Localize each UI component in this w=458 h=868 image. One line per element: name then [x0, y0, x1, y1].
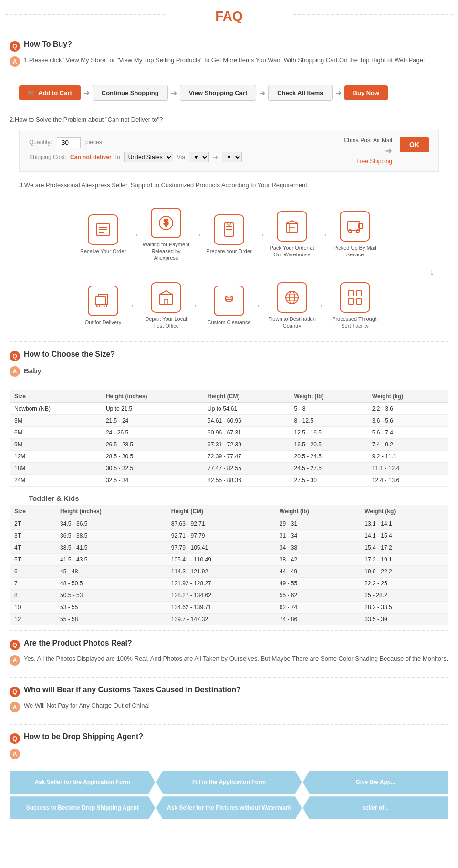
table-row: 6M24 - 26.560.96 - 67.3112.5 - 16.55.6 -…: [10, 427, 448, 439]
professional-text: 3.We are Professional Aliexpress Seller,…: [10, 177, 448, 193]
svg-rect-21: [164, 299, 168, 304]
check-items-button[interactable]: Check All Items: [268, 85, 332, 101]
quantity-input[interactable]: [57, 137, 81, 148]
faq-header: FAQ: [0, 0, 458, 29]
flow-item-pickup: Picked Up By Mail Service: [331, 211, 379, 258]
flow-item-customs: Custom Clearance: [205, 286, 253, 326]
arrow-1: ➜: [83, 88, 90, 97]
pack-label: Pack Your Order at Our Warehouse: [268, 244, 316, 258]
q-icon-2: Q: [10, 351, 20, 361]
right-arrow: ➜: [385, 146, 392, 156]
baby-table: Size Height (inches) Height (CM) Weight …: [10, 390, 448, 487]
drop-step-4: Success to Become Drop Shipping Agent: [10, 796, 155, 819]
receive-label: Receive Your Order: [80, 248, 126, 254]
a-icon-4: A: [10, 702, 20, 712]
continue-shopping-button[interactable]: Continue Shopping: [93, 85, 168, 101]
question-row-4: Q Who will Bear if any Customs Taxes Cau…: [10, 686, 448, 697]
add-to-cart-button[interactable]: 🛒 Add to Cart: [19, 85, 81, 100]
shipping-sub-select[interactable]: ▼: [222, 152, 242, 162]
flown-label: Flown to Destination Country: [268, 316, 316, 329]
ok-button[interactable]: OK: [400, 137, 429, 152]
faq-title: FAQ: [215, 9, 243, 24]
table-row: 645 - 48114.3 - 121.9244 - 4919.9 - 22.2: [10, 566, 448, 578]
view-cart-label: View Shopping Cart: [189, 89, 248, 96]
size-chart-baby: Size Height (inches) Height (CM) Weight …: [10, 390, 448, 625]
shipping-cost-row: Shipping Cost: Can not deliver to United…: [29, 152, 242, 162]
q-icon-3: Q: [10, 640, 20, 650]
postoffice-icon: [151, 282, 181, 313]
shipping-problem-section: 2.How to Solve the Problem about "Can no…: [0, 110, 458, 198]
answer-text-1: 1.Please click "View My Store" or "View …: [24, 55, 425, 65]
arrow-2: ➜: [171, 88, 177, 97]
q-icon-5: Q: [10, 733, 20, 744]
question-row-1: Q How To Buy?: [10, 40, 448, 52]
shipping-arrow: ➜: [213, 153, 218, 160]
col-height-in-t: Height (inches): [55, 505, 167, 518]
svg-point-19: [104, 304, 107, 307]
answer-row-1: A 1.Please click "View My Store" or "Vie…: [10, 55, 448, 67]
pieces-label: pieces: [85, 139, 102, 146]
table-row: 9M26.5 - 28.567.31 - 72.3916.5 - 20.57.4…: [10, 439, 448, 451]
drop-step-1-label: Ask Seller for the Application Form: [35, 779, 130, 785]
divider-4: [10, 677, 448, 678]
toddler-table-body: 2T34.5 - 36.587.63 - 92.7129 - 3113.1 - …: [10, 518, 448, 625]
col-weight-lb-t: Weight (lb): [275, 505, 360, 518]
table-row: 24M32.5 - 3482.55 - 88.3627.5 - 3012.4 -…: [10, 475, 448, 487]
flow-arrow-4: →: [319, 229, 328, 240]
buy-now-label: Buy Now: [353, 89, 380, 96]
flow-arrow-6: ←: [193, 300, 202, 311]
drop-step-4-label: Success to Become Drop Shipping Agent: [26, 804, 139, 811]
prepare-icon: [214, 214, 244, 245]
drop-step-5: Ask Seller for the Pictures without Wate…: [156, 796, 302, 819]
flow-arrow-down: ↓: [10, 266, 448, 277]
shipping-left: Quantity: pieces Shipping Cost: Can not …: [29, 137, 242, 162]
photos-section: Q Are the Product Photos Real? A Yes. Al…: [0, 634, 458, 674]
svg-rect-30: [356, 291, 362, 296]
svg-point-15: [349, 230, 352, 233]
how-to-buy-section: Q How To Buy? A 1.Please click "View My …: [0, 35, 458, 75]
col-weight-lb: Weight (lb): [289, 390, 367, 403]
question-text-3: Are the Product Photos Real?: [24, 639, 132, 647]
china-post-text: China Post Air Mail: [344, 137, 392, 144]
answer-text-4: We Will Not Pay for Any Charge Out of Ch…: [24, 701, 150, 711]
postoffice-label: Depart Your Local Post Office: [142, 316, 190, 329]
svg-rect-17: [95, 297, 106, 305]
view-cart-button[interactable]: View Shopping Cart: [180, 85, 257, 101]
table-row: 1255 - 58139.7 - 147.3274 - 8633.5 - 39: [10, 614, 448, 625]
payment-icon: $: [151, 208, 181, 238]
via-text: Via: [177, 154, 185, 160]
table-row: Newborn (NB)Up to 21.5Up to 54.615 - 82.…: [10, 403, 448, 415]
answer-row-5: A: [10, 748, 448, 759]
customs-label: Custom Clearance: [207, 319, 250, 326]
cannot-deliver-text: Can not deliver: [70, 154, 112, 160]
flow-item-sort: Processed Through Sort Facility: [331, 282, 379, 329]
table-row: 3T36.5 - 38.592.71 - 97.7931 - 3414.1 - …: [10, 530, 448, 542]
add-to-cart-label: Add to Cart: [38, 89, 72, 96]
col-height-cm-t: Height (CM): [167, 505, 275, 518]
flow-item-pack: Pack Your Order at Our Warehouse: [268, 211, 316, 258]
buy-now-button[interactable]: Buy Now: [344, 85, 388, 100]
payment-label: Waiting for Payment Released by Aliexpre…: [142, 241, 190, 262]
svg-rect-29: [348, 291, 354, 296]
a-icon-5: A: [10, 749, 20, 759]
drop-step-6: seller of...: [303, 796, 448, 819]
answer-row-3: A Yes. All the Photos Displayed are 100%…: [10, 654, 448, 666]
sort-icon: [340, 282, 370, 313]
pickup-icon: [340, 211, 370, 242]
flow-row-1: Receive Your Order → $ Waiting for Payme…: [10, 208, 448, 262]
flow-diagram: Receive Your Order → $ Waiting for Payme…: [0, 198, 458, 339]
col-weight-kg: Weight (kg): [367, 390, 448, 403]
svg-rect-13: [347, 222, 360, 230]
steps-bar: 🛒 Add to Cart ➜ Continue Shopping ➜ View…: [10, 80, 448, 106]
shipping-method-select[interactable]: ▼: [189, 152, 209, 162]
flow-row-2: Out for Delivery ← Depart Your Local Pos…: [10, 282, 448, 329]
free-shipping-text: Free Shipping: [356, 158, 392, 165]
baby-table-body: Newborn (NB)Up to 21.5Up to 54.615 - 82.…: [10, 403, 448, 487]
q-icon-1: Q: [10, 41, 20, 52]
baby-label: Baby: [24, 365, 42, 377]
country-select[interactable]: United States: [124, 152, 173, 162]
a-icon-1: A: [10, 56, 20, 67]
quantity-row: Quantity: pieces: [29, 137, 242, 148]
toddler-header-row: Size Height (inches) Height (CM) Weight …: [10, 505, 448, 518]
drop-step-3: Give the App...: [303, 771, 448, 794]
